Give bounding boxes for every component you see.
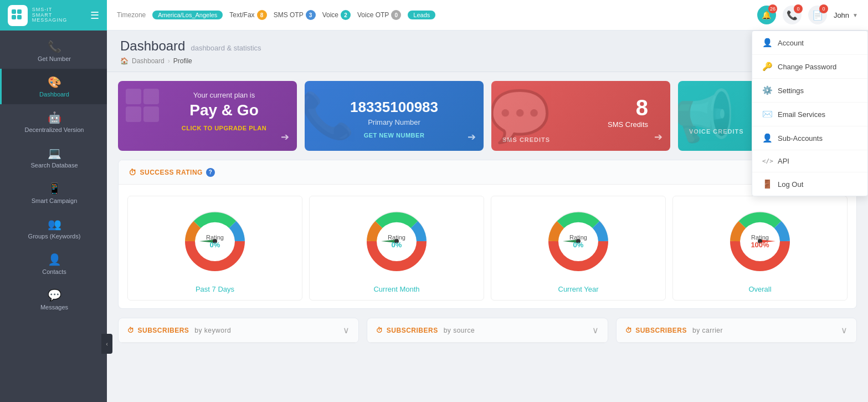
- breadcrumb-current: Profile: [173, 57, 192, 65]
- sidebar-label-smart-campaign: Smart Campaign: [32, 197, 78, 204]
- hamburger-icon[interactable]: ☰: [90, 9, 99, 22]
- timezone-value[interactable]: America/Los_Angeles: [152, 11, 223, 19]
- contacts-icon: 👤: [48, 253, 61, 266]
- sidebar-item-decentralized[interactable]: 🤖 Decentralized Version: [0, 104, 107, 140]
- dropdown-item-sub-accounts[interactable]: 👤 Sub-Accounts: [752, 126, 867, 150]
- sidebar-logo: SMS-IT SMART MESSAGING ☰: [0, 0, 107, 30]
- sidebar-item-groups[interactable]: 👥 Groups (Keywords): [0, 211, 107, 246]
- user-name: John: [834, 11, 849, 19]
- sub-subtitle-carrier: by carrier: [692, 327, 723, 334]
- sidebar-label-messages: Messages: [40, 304, 68, 311]
- gauge-value-month: 0%: [388, 241, 405, 249]
- gauge-overall: Rating 100% Overall: [672, 196, 848, 301]
- primary-number-card[interactable]: 📞 18335100983 Primary Number GET NEW NUM…: [305, 81, 484, 151]
- chevron-down-icon: ▼: [852, 12, 858, 18]
- voice-item: Voice 2: [322, 10, 351, 20]
- svg-rect-0: [12, 9, 16, 14]
- gauges-row: Rating 0% Past 7 Days: [119, 185, 856, 308]
- help-icon[interactable]: ?: [206, 168, 215, 177]
- gauge-center-overall: Rating 100%: [751, 234, 769, 249]
- user-menu-button[interactable]: John ▼: [834, 11, 858, 19]
- dashboard-icon: 🎨: [48, 75, 61, 89]
- breadcrumb: 🏠 Dashboard › Profile: [120, 57, 855, 65]
- success-rating-title: ⏱ SUCCESS RATING ?: [129, 168, 215, 177]
- sidebar: SMS-IT SMART MESSAGING ☰ 📞 Get Number 🎨 …: [0, 0, 107, 402]
- logout-icon: 🚪: [762, 179, 771, 189]
- plan-card[interactable]: Your current plan is Pay & Go CLICK TO U…: [118, 81, 297, 151]
- gauge-label-month: Current Month: [373, 285, 419, 293]
- dropdown-item-account[interactable]: 👤 Account: [752, 31, 867, 55]
- sms-credits-card[interactable]: 💬 8 SMS Credits SMS CREDITS ➔: [491, 81, 670, 151]
- sub-header-source: ⏱ SUBSCRIBERS by source ∨: [367, 318, 607, 343]
- sidebar-label-get-number: Get Number: [38, 55, 71, 62]
- notification-bell-button[interactable]: 🔔 26: [757, 6, 776, 24]
- sub-subtitle-source: by source: [444, 327, 475, 334]
- subscribers-source-collapse-icon[interactable]: ∨: [592, 325, 599, 335]
- gauge-center-month: Rating 0%: [388, 234, 405, 249]
- sidebar-item-smart-campaign[interactable]: 📱 Smart Campaign: [0, 175, 107, 211]
- notification-phone-button[interactable]: 📞 0: [783, 6, 802, 24]
- sub-title-carrier: ⏱ SUBSCRIBERS by carrier: [625, 327, 723, 334]
- textfax-label: Text/Fax: [229, 11, 254, 19]
- voice-label: Voice: [322, 11, 338, 19]
- success-rating-header: ⏱ SUCCESS RATING ? ∨ ✕: [119, 160, 856, 185]
- dropdown-item-api[interactable]: </> API: [752, 150, 867, 172]
- sidebar-item-dashboard[interactable]: 🎨 Dashboard: [0, 69, 107, 104]
- voiceotp-label: Voice OTP: [357, 11, 389, 19]
- sub-subtitle-keyword: by keyword: [194, 327, 231, 334]
- upgrade-plan-button[interactable]: CLICK TO UPGRADE PLAN: [162, 125, 286, 131]
- subscribers-row: ⏱ SUBSCRIBERS by keyword ∨ ⏱ SUBSCRIBERS…: [107, 318, 868, 352]
- account-icon: 👤: [762, 38, 771, 48]
- top-header: Timezone America/Los_Angeles Text/Fax 8 …: [107, 0, 868, 30]
- dropdown-item-logout[interactable]: 🚪 Log Out: [752, 172, 867, 196]
- breadcrumb-home[interactable]: Dashboard: [132, 57, 165, 65]
- campaign-icon: 📱: [48, 182, 61, 195]
- voice-badge: 2: [341, 10, 351, 20]
- gauge-center-year: Rating 0%: [569, 234, 587, 249]
- sidebar-item-search-database[interactable]: 💻 Search Database: [0, 140, 107, 175]
- gauge-current-year: Rating 0% Current Year: [491, 196, 666, 301]
- plan-card-arrow-icon: ➔: [281, 131, 289, 143]
- decentralized-icon: 🤖: [48, 111, 61, 124]
- subscribers-carrier-collapse-icon[interactable]: ∨: [841, 325, 848, 335]
- voiceotp-badge: 0: [391, 10, 401, 20]
- dropdown-item-settings[interactable]: ⚙️ Settings: [752, 79, 867, 103]
- textfax-item: Text/Fax 8: [229, 10, 266, 20]
- leads-badge[interactable]: Leads: [408, 11, 435, 19]
- sidebar-collapse-button[interactable]: ‹: [101, 334, 112, 354]
- sub-header-keyword: ⏱ SUBSCRIBERS by keyword ∨: [119, 318, 358, 343]
- phone-notification-count: 0: [794, 4, 803, 13]
- gauge-svg-past7: Rating 0%: [179, 205, 251, 277]
- plan-name-text: Pay & Go: [162, 101, 286, 119]
- sidebar-item-contacts[interactable]: 👤 Contacts: [0, 246, 107, 282]
- subscribers-keyword-collapse-icon[interactable]: ∨: [343, 325, 350, 335]
- dropdown-label-api: API: [778, 157, 789, 165]
- dropdown-item-email-services[interactable]: ✉️ Email Services: [752, 103, 867, 126]
- gauge-label-past7: Past 7 Days: [196, 285, 234, 293]
- gauge-current-month: Rating 0% Current Month: [309, 196, 484, 301]
- app-logo-icon: [8, 5, 28, 26]
- sidebar-label-groups: Groups (Keywords): [28, 233, 81, 240]
- dropdown-item-change-password[interactable]: 🔑 Change Password: [752, 55, 867, 79]
- user-dropdown-menu: 👤 Account 🔑 Change Password ⚙️ Settings …: [752, 30, 868, 196]
- sms-card-arrow-icon: ➔: [654, 131, 662, 143]
- timezone-label: Timezone: [117, 11, 146, 19]
- svg-rect-3: [17, 15, 22, 19]
- svg-rect-2: [12, 15, 16, 19]
- smsotp-item: SMS OTP 3: [274, 10, 316, 20]
- dropdown-label-email-services: Email Services: [778, 110, 825, 119]
- gauge-value-past7: 0%: [206, 241, 224, 249]
- voiceotp-item: Voice OTP 0: [357, 10, 401, 20]
- app-name: SMS-IT SMART MESSAGING: [32, 7, 86, 24]
- dropdown-label-account: Account: [778, 39, 804, 47]
- gauge-center-past7: Rating 0%: [206, 234, 224, 249]
- sidebar-item-messages[interactable]: 💬 Messages: [0, 282, 107, 317]
- sub-icon-keyword: ⏱: [127, 327, 135, 334]
- page-title: Dashboard dashboard & statistics: [120, 38, 855, 54]
- dropdown-label-settings: Settings: [778, 86, 804, 95]
- textfax-badge: 8: [257, 10, 267, 20]
- notification-doc-button[interactable]: 📄 0: [808, 6, 827, 24]
- main-area: Timezone America/Los_Angeles Text/Fax 8 …: [107, 0, 868, 402]
- sidebar-item-get-number[interactable]: 📞 Get Number: [0, 33, 107, 69]
- dropdown-label-change-password: Change Password: [778, 63, 836, 71]
